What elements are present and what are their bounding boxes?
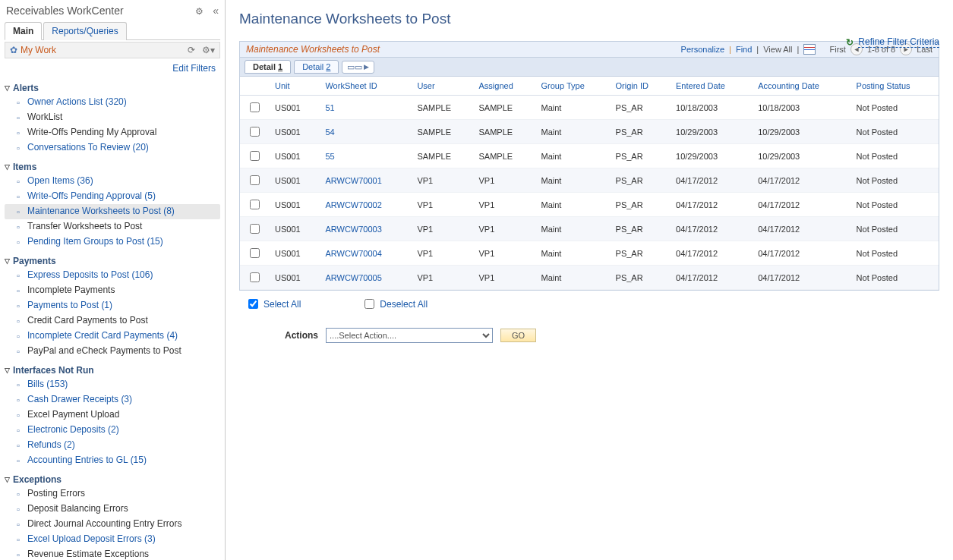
column-header[interactable]: Accounting Date — [752, 77, 850, 96]
sidebar-item: ▫PayPal and eCheck Payments to Post — [5, 344, 220, 359]
download-icon[interactable] — [803, 44, 816, 55]
refine-filter-link[interactable]: Refine Filter Criteria — [858, 36, 939, 48]
cell: 10/29/2003 — [752, 144, 850, 168]
worksheet-link[interactable]: ARWCW70004 — [325, 249, 381, 258]
select-all-checkbox[interactable] — [248, 299, 258, 309]
sidebar-item[interactable]: ▫Incomplete Credit Card Payments (4) — [5, 329, 220, 344]
section-alerts[interactable]: ▽Alerts — [5, 83, 220, 93]
tab-main[interactable]: Main — [5, 22, 42, 40]
sidebar-item-label[interactable]: Write-Offs Pending Approval (5) — [27, 190, 156, 202]
column-header[interactable]: Assigned — [473, 77, 535, 96]
table-row: US001ARWCW70004VP1VP1MaintPS_AR04/17/201… — [240, 241, 939, 266]
cell: 10/29/2003 — [670, 144, 752, 168]
row-checkbox[interactable] — [250, 224, 260, 234]
column-header[interactable]: Posting Status — [850, 77, 939, 96]
sidebar-item-label[interactable]: Pending Item Groups to Post (15) — [27, 236, 163, 247]
column-header[interactable]: Group Type — [535, 77, 609, 96]
cell: VP1 — [473, 193, 535, 217]
worksheet-link[interactable]: ARWCW70002 — [325, 200, 381, 209]
sidebar-item-label[interactable]: Payments to Post (1) — [27, 300, 112, 311]
row-checkbox[interactable] — [250, 151, 260, 161]
worksheet-link[interactable]: ARWCW70003 — [325, 225, 381, 234]
row-checkbox[interactable] — [250, 248, 260, 258]
edit-filters-link[interactable]: Edit Filters — [172, 63, 216, 74]
gear-dropdown-icon[interactable]: ⚙▾ — [202, 45, 215, 55]
sidebar-item-label[interactable]: Electronic Deposits (2) — [27, 424, 119, 436]
sidebar-item[interactable]: ▫Refunds (2) — [5, 438, 220, 453]
worksheet-link[interactable]: 51 — [325, 103, 334, 112]
go-button[interactable]: GO — [500, 329, 536, 342]
gear-icon[interactable]: ⚙ — [195, 6, 204, 17]
sidebar-item-label[interactable]: Conversations To Review (20) — [27, 142, 149, 153]
sidebar-item[interactable]: ▫Accounting Entries to GL (15) — [5, 453, 220, 468]
cell: SAMPLE — [411, 120, 472, 144]
select-all-link[interactable]: Select All — [245, 297, 301, 311]
cell: 04/17/2012 — [752, 193, 850, 217]
sidebar-item-label[interactable]: Refunds (2) — [27, 439, 75, 451]
sidebar-item-label[interactable]: Open Items (36) — [27, 175, 93, 187]
cell: US001 — [269, 144, 319, 168]
column-header[interactable]: WorkSheet ID — [319, 77, 411, 96]
worksheet-link[interactable]: 55 — [325, 152, 334, 161]
column-header[interactable]: Origin ID — [610, 77, 670, 96]
mywork-label[interactable]: My Work — [21, 45, 56, 55]
sidebar-item[interactable]: ▫Conversations To Review (20) — [5, 140, 220, 156]
cell: US001 — [269, 217, 319, 241]
sidebar-item[interactable]: ▫Open Items (36) — [5, 174, 220, 189]
detail-tab[interactable]: Detail 1 — [245, 60, 291, 74]
section-interfaces-not-run[interactable]: ▽Interfaces Not Run — [5, 365, 220, 376]
gear-icon[interactable]: ✿ — [10, 45, 17, 55]
section-exceptions[interactable]: ▽Exceptions — [5, 474, 220, 485]
sidebar-item-label[interactable]: Excel Upload Deposit Errors (3) — [27, 533, 156, 545]
detail-tab[interactable]: Detail 2 — [294, 60, 339, 74]
row-checkbox[interactable] — [250, 175, 260, 185]
workcenter-title: Receivables WorkCenter — [6, 5, 124, 17]
collapse-icon[interactable]: « — [213, 5, 219, 17]
sidebar-item-label[interactable]: Cash Drawer Receipts (3) — [27, 394, 132, 405]
deselect-all-checkbox[interactable] — [364, 299, 374, 309]
sidebar-item[interactable]: ▫Express Deposits to Post (106) — [5, 268, 220, 283]
sidebar-item-label: Direct Journal Accounting Entry Errors — [27, 518, 181, 530]
sidebar-item-label[interactable]: Bills (153) — [27, 379, 68, 390]
row-checkbox[interactable] — [250, 272, 260, 282]
worksheet-link[interactable]: ARWCW70005 — [325, 273, 381, 282]
deselect-all-link[interactable]: Deselect All — [361, 297, 428, 311]
sidebar-item-label[interactable]: Incomplete Credit Card Payments (4) — [27, 330, 178, 341]
worksheet-link[interactable]: 54 — [325, 127, 334, 137]
sidebar-item-label[interactable]: Express Deposits to Post (106) — [27, 269, 153, 281]
cell: Maint — [535, 266, 609, 290]
cell: 04/17/2012 — [670, 266, 752, 290]
sidebar-item[interactable]: ▫Cash Drawer Receipts (3) — [5, 392, 220, 407]
worksheet-link[interactable]: ARWCW70001 — [325, 176, 381, 185]
show-all-columns-icon[interactable]: ▭▭▶ — [342, 61, 374, 74]
refresh-icon[interactable]: ⟳ — [188, 45, 195, 55]
first-link[interactable]: First — [830, 45, 846, 54]
sidebar-item[interactable]: ▫Pending Item Groups to Post (15) — [5, 234, 220, 250]
viewall-link[interactable]: View All — [763, 45, 792, 54]
sidebar-item[interactable]: ▫Write-Offs Pending Approval (5) — [5, 189, 220, 204]
sidebar-item[interactable]: ▫Electronic Deposits (2) — [5, 423, 220, 438]
sidebar-item-label[interactable]: Owner Actions List (320) — [27, 96, 127, 108]
find-link[interactable]: Find — [736, 45, 752, 54]
section-payments[interactable]: ▽Payments — [5, 256, 220, 266]
column-header[interactable]: Entered Date — [670, 77, 752, 96]
sidebar-item-label[interactable]: Accounting Entries to GL (15) — [27, 455, 147, 466]
cell: 04/17/2012 — [670, 193, 752, 217]
refresh-icon[interactable]: ↻ — [846, 37, 854, 48]
tab-reports-queries[interactable]: Reports/Queries — [43, 22, 126, 40]
actions-select[interactable]: ....Select Action.... — [326, 328, 493, 343]
row-checkbox[interactable] — [250, 102, 260, 112]
sidebar-item[interactable]: ▫Owner Actions List (320) — [5, 95, 220, 110]
cell: 10/29/2003 — [670, 120, 752, 144]
sidebar-item[interactable]: ▫Maintenance Worksheets to Post (8) — [5, 204, 220, 219]
row-checkbox[interactable] — [250, 127, 260, 137]
sidebar-item[interactable]: ▫Payments to Post (1) — [5, 298, 220, 313]
row-checkbox[interactable] — [250, 200, 260, 209]
section-items[interactable]: ▽Items — [5, 162, 220, 172]
sidebar-item[interactable]: ▫Bills (153) — [5, 377, 220, 392]
column-header[interactable]: Unit — [269, 77, 319, 96]
personalize-link[interactable]: Personalize — [681, 45, 724, 54]
column-header[interactable]: User — [411, 77, 472, 96]
sidebar-item[interactable]: ▫Excel Upload Deposit Errors (3) — [5, 532, 220, 547]
sidebar-item-label[interactable]: Maintenance Worksheets to Post (8) — [27, 206, 175, 217]
